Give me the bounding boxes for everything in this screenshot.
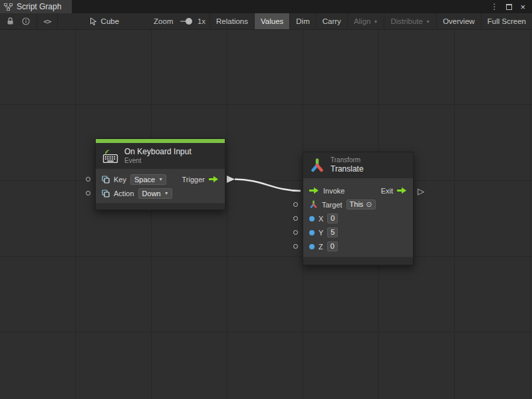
float-port-icon <box>309 244 315 249</box>
invoke-exit-row: Invoke Exit <box>303 184 413 198</box>
target-port-label: Target <box>322 201 342 209</box>
action-port-row: Action Down ▼ <box>96 186 225 200</box>
toolbar-buttons: Relations Values Dim Carry Align ▼ Distr… <box>209 13 532 29</box>
y-port-row: Y 5 <box>303 225 413 239</box>
transform-icon <box>309 158 325 174</box>
y-port-label: Y <box>319 229 323 237</box>
node-footer <box>96 203 225 209</box>
distribute-label: Distribute <box>390 17 423 25</box>
node-title: On Keyboard Input <box>124 147 192 157</box>
chevron-down-icon: ▼ <box>373 19 378 24</box>
graph-target[interactable]: Cube <box>90 17 120 26</box>
float-port-icon <box>309 216 315 221</box>
invoke-flow-icon[interactable] <box>309 187 319 194</box>
lock-icon[interactable] <box>3 13 18 29</box>
z-input[interactable]: 0 <box>327 241 338 251</box>
x-port-row: X 0 <box>303 211 413 225</box>
action-port-label: Action <box>114 190 134 198</box>
key-dropdown[interactable]: Space ▼ <box>130 174 166 185</box>
fullscreen-button[interactable]: Full Screen <box>481 13 532 29</box>
z-port-row: Z 0 <box>303 239 413 253</box>
chevron-down-icon: ▼ <box>426 19 430 24</box>
window-controls: ⋮ × <box>490 0 532 13</box>
exit-port-label: Exit <box>381 187 393 195</box>
graph-canvas[interactable]: On Keyboard Input Event Key Space ▼ Trig… <box>0 30 532 399</box>
zoom-slider-knob[interactable] <box>186 18 192 25</box>
x-port[interactable] <box>293 216 298 221</box>
node-footer <box>303 257 413 265</box>
carry-button[interactable]: Carry <box>316 13 347 29</box>
dim-button[interactable]: Dim <box>289 13 315 29</box>
node-group: Transform <box>331 156 364 164</box>
zoom-label: Zoom <box>154 17 173 25</box>
titlebar: Script Graph ⋮ × <box>0 0 532 13</box>
action-port[interactable] <box>86 191 90 196</box>
trigger-port-label: Trigger <box>182 176 205 184</box>
info-icon[interactable] <box>18 13 34 29</box>
key-port[interactable] <box>86 177 90 182</box>
x-port-label: X <box>319 215 323 223</box>
float-port-icon <box>309 230 315 235</box>
x-input[interactable]: 0 <box>327 213 338 223</box>
action-dropdown-value: Down <box>142 190 161 198</box>
graph-toolbar: <> Cube Zoom 1x Relations Values Dim Car… <box>0 13 532 30</box>
key-dropdown-value: Space <box>134 176 155 184</box>
pointer-icon <box>90 17 97 26</box>
close-icon[interactable]: × <box>520 3 525 11</box>
keycap-icon <box>102 176 110 184</box>
node-on-keyboard-input[interactable]: On Keyboard Input Event Key Space ▼ Trig… <box>95 138 225 210</box>
action-dropdown[interactable]: Down ▼ <box>138 188 172 199</box>
tab-title: Script Graph <box>17 2 61 11</box>
trigger-flow-icon[interactable] <box>209 176 219 183</box>
keycap-icon <box>102 190 110 198</box>
code-icon[interactable]: <> <box>39 13 55 29</box>
graph-target-label: Cube <box>101 17 120 25</box>
exit-flow-icon[interactable] <box>397 187 407 194</box>
values-button[interactable]: Values <box>254 13 289 29</box>
node-title: Translate <box>331 164 364 174</box>
zoom-value: 1x <box>198 17 205 25</box>
align-label: Align <box>354 17 371 25</box>
transform-mini-icon <box>309 200 318 209</box>
distribute-button[interactable]: Distribute ▼ <box>384 13 436 29</box>
exit-port[interactable]: ▷ <box>418 187 424 196</box>
key-port-label: Key <box>114 176 126 184</box>
node-translate[interactable]: Transform Translate Invoke Exit <box>303 152 414 265</box>
keyboard-icon <box>102 150 119 163</box>
y-input[interactable]: 5 <box>327 227 338 237</box>
node-header[interactable]: Transform Translate <box>303 152 413 178</box>
target-field[interactable]: This ⊙ <box>346 200 376 209</box>
chevron-down-icon: ▼ <box>158 177 163 182</box>
y-port[interactable] <box>293 230 298 235</box>
maximize-icon[interactable] <box>506 4 512 10</box>
tab-script-graph[interactable]: Script Graph <box>0 0 72 13</box>
graph-icon <box>4 3 13 11</box>
target-port[interactable] <box>293 202 298 207</box>
relations-button[interactable]: Relations <box>209 13 254 29</box>
overview-button[interactable]: Overview <box>436 13 481 29</box>
zoom-slider[interactable] <box>180 21 190 22</box>
target-port-row: Target This ⊙ <box>303 198 413 211</box>
z-port[interactable] <box>293 244 298 249</box>
target-value: This <box>350 200 364 209</box>
z-port-label: Z <box>319 243 323 251</box>
window-menu-icon[interactable]: ⋮ <box>490 3 498 11</box>
connection-wire <box>0 30 532 399</box>
chevron-down-icon: ▼ <box>164 191 169 196</box>
node-subtitle: Event <box>124 157 192 165</box>
object-picker-icon[interactable]: ⊙ <box>366 201 372 208</box>
align-button[interactable]: Align ▼ <box>347 13 384 29</box>
key-port-row: Key Space ▼ Trigger <box>96 172 225 186</box>
invoke-port-label: Invoke <box>323 187 344 195</box>
node-header[interactable]: On Keyboard Input Event <box>96 143 225 169</box>
